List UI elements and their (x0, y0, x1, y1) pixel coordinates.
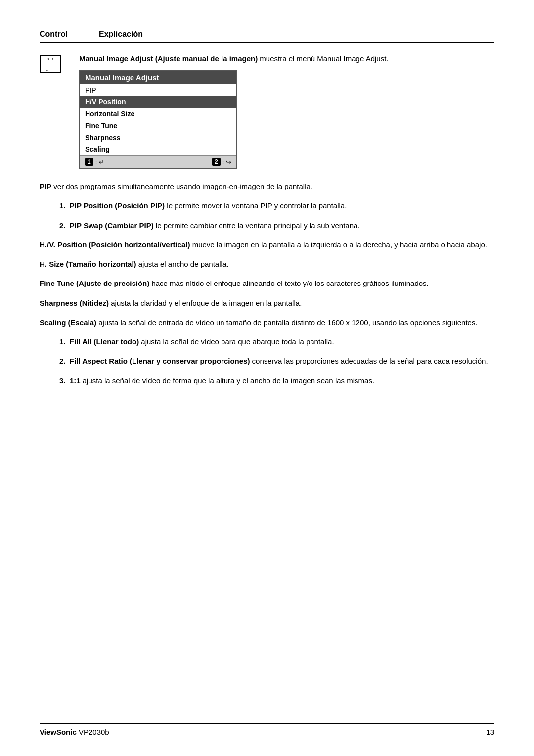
icon-cell: ↔↕ (40, 54, 79, 73)
footer-left: 1 : ↵ (85, 158, 104, 166)
hv-position-bold: H./V. Position (Posición horizontal/vert… (40, 240, 190, 249)
pip-bold: PIP (40, 182, 51, 190)
pip-position-text: 1. PIP Position (Posición PIP) le permit… (59, 200, 494, 211)
pip-swap-text: 2. PIP Swap (Cambiar PIP) le permite cam… (59, 220, 494, 231)
sharpness-rest: ajusta la claridad y el enfoque de la im… (111, 299, 302, 307)
intro-text-cell: Manual Image Adjust (Ajuste manual de la… (79, 54, 494, 172)
menu-item-sharpness[interactable]: Sharpness (80, 132, 236, 143)
page-container: Control Explicación ↔↕ Manual Image Adju… (0, 0, 534, 756)
hv-position-rest: mueve la imagen en la pantalla a la izqu… (192, 240, 487, 249)
footer-right: 2 : ↪ (212, 158, 231, 166)
h-size-bold: H. Size (Tamaño horizontal) (40, 260, 136, 268)
pip-numbered-list: 1. PIP Position (Posición PIP) le permit… (49, 200, 494, 231)
fill-aspect-text: 2. Fill Aspect Ratio (Llenar y conservar… (59, 355, 494, 367)
one-to-one-text: 3. 1:1 ajusta la señal de vídeo de forma… (59, 375, 494, 386)
fill-all-item: 1. Fill All (Llenar todo) ajusta la seña… (59, 336, 494, 347)
fill-all-text: 1. Fill All (Llenar todo) ajusta la seña… (59, 336, 494, 347)
scaling-rest: ajusta la señal de entrada de vídeo un t… (98, 318, 477, 327)
menu-item-horizontal-size[interactable]: Horizontal Size (80, 108, 236, 120)
h-size-rest: ajusta el ancho de pantalla. (138, 260, 229, 268)
h-size-paragraph: H. Size (Tamaño horizontal) ajusta el an… (40, 258, 494, 270)
footer-right-num: 2 (212, 158, 221, 166)
one-to-one-item: 3. 1:1 ajusta la señal de vídeo de forma… (59, 375, 494, 386)
fill-aspect-item: 2. Fill Aspect Ratio (Llenar y conservar… (59, 355, 494, 367)
footer-model: VP2030b (79, 728, 109, 736)
menu-footer: 1 : ↵ 2 : ↪ (80, 155, 236, 168)
footer-brand-model: ViewSonic VP2030b (40, 728, 109, 736)
intro-section: ↔↕ Manual Image Adjust (Ajuste manual de… (40, 54, 494, 172)
h-size-text: H. Size (Tamaño horizontal) ajusta el an… (40, 258, 494, 270)
fine-tune-paragraph: Fine Tune (Ajuste de precisión) hace más… (40, 278, 494, 289)
intro-rest: muestra el menú Manual Image Adjust. (260, 54, 388, 63)
fine-tune-rest: hace más nítido el enfoque alineando el … (151, 279, 428, 287)
header-row: Control Explicación (40, 30, 494, 43)
footer-left-icon: : ↵ (95, 158, 104, 166)
pip-swap-num: 2. (59, 221, 66, 230)
hv-position-text: H./V. Position (Posición horizontal/vert… (40, 239, 494, 250)
scaling-bold: Scaling (Escala) (40, 318, 96, 327)
page-footer: ViewSonic VP2030b 13 (40, 723, 494, 736)
pip-position-rest: le permite mover la ventana PIP y contro… (167, 201, 347, 210)
scaling-paragraph: Scaling (Escala) ajusta la señal de entr… (40, 317, 494, 328)
scaling-text: Scaling (Escala) ajusta la señal de entr… (40, 317, 494, 328)
body-section: PIP ver dos programas simultaneamente us… (40, 181, 494, 386)
sharpness-text: Sharpness (Nitidez) ajusta la claridad y… (40, 297, 494, 309)
fine-tune-text: Fine Tune (Ajuste de precisión) hace más… (40, 278, 494, 289)
menu-item-fine-tune[interactable]: Fine Tune (80, 120, 236, 132)
menu-item-pip[interactable]: PIP (80, 84, 236, 96)
hv-position-paragraph: H./V. Position (Posición horizontal/vert… (40, 239, 494, 250)
intro-paragraph: Manual Image Adjust (Ajuste manual de la… (79, 54, 494, 63)
manual-image-adjust-icon: ↔↕ (40, 55, 61, 73)
sharpness-bold: Sharpness (Nitidez) (40, 299, 109, 307)
pip-rest: ver dos programas simultaneamente usando… (53, 182, 312, 190)
arrows-icon: ↔↕ (45, 53, 55, 76)
fill-all-bold: Fill All (Llenar todo) (70, 337, 139, 346)
fill-aspect-bold: Fill Aspect Ratio (Llenar y conservar pr… (70, 357, 250, 365)
menu-item-hv-position[interactable]: H/V Position (80, 96, 236, 108)
one-to-one-rest: ajusta la señal de vídeo de forma que la… (83, 377, 374, 385)
fill-aspect-num: 2. (59, 357, 66, 365)
header-control: Control (40, 30, 99, 39)
intro-bold: Manual Image Adjust (Ajuste manual de la… (79, 54, 258, 63)
pip-swap-item: 2. PIP Swap (Cambiar PIP) le permite cam… (59, 220, 494, 231)
pip-position-num: 1. (59, 201, 66, 210)
pip-swap-rest: le permite cambiar entre la ventana prin… (156, 221, 360, 230)
footer-page-number: 13 (486, 728, 494, 736)
scaling-numbered-list: 1. Fill All (Llenar todo) ajusta la seña… (49, 336, 494, 386)
one-to-one-num: 3. (59, 377, 66, 385)
one-to-one-bold: 1:1 (70, 377, 81, 385)
footer-left-num: 1 (85, 158, 93, 166)
menu-box: Manual Image Adjust PIP H/V Position Hor… (79, 70, 237, 169)
header-explicacion: Explicación (99, 30, 143, 39)
menu-title: Manual Image Adjust (80, 71, 236, 84)
fill-all-num: 1. (59, 337, 66, 346)
fill-aspect-rest: conserva las proporciones adecuadas de l… (252, 357, 488, 365)
pip-position-bold: PIP Position (Posición PIP) (70, 201, 165, 210)
fine-tune-bold: Fine Tune (Ajuste de precisión) (40, 279, 149, 287)
footer-brand: ViewSonic (40, 728, 77, 736)
pip-paragraph: PIP ver dos programas simultaneamente us… (40, 181, 494, 192)
pip-swap-bold: PIP Swap (Cambiar PIP) (70, 221, 154, 230)
pip-text: PIP ver dos programas simultaneamente us… (40, 181, 494, 192)
footer-right-icon: : ↪ (222, 158, 231, 166)
menu-item-scaling[interactable]: Scaling (80, 143, 236, 155)
pip-position-item: 1. PIP Position (Posición PIP) le permit… (59, 200, 494, 211)
sharpness-paragraph: Sharpness (Nitidez) ajusta la claridad y… (40, 297, 494, 309)
fill-all-rest: ajusta la señal de vídeo para que abarqu… (141, 337, 334, 346)
